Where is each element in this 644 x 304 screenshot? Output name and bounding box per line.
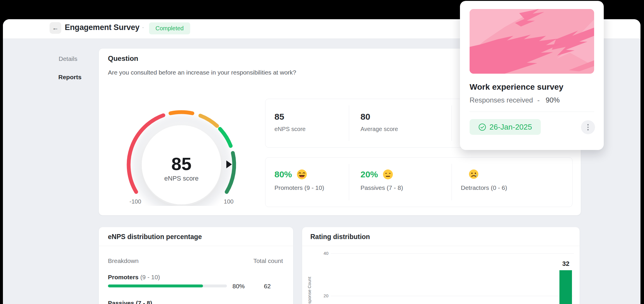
- enps-score-label: eNPS score: [274, 126, 306, 132]
- enps-distribution-card: eNPS distribution percentage Breakdown T…: [99, 227, 293, 304]
- cry-emoji: [468, 169, 479, 180]
- survey-preview-card[interactable]: Work experience survey Responses receive…: [460, 1, 604, 150]
- passives-row-label: Passives (7 - 8): [108, 300, 152, 304]
- kebab-dot: [587, 129, 589, 130]
- divider: [302, 246, 580, 246]
- gridline-20: [331, 296, 574, 296]
- y-tick-20: 20: [316, 293, 328, 298]
- promoters-progress-track: [108, 284, 227, 287]
- divider: [470, 112, 594, 112]
- nps-groups-card: 80% Promoters (9 - 10) 20%: [265, 157, 573, 207]
- total-count-column-header: Total count: [253, 257, 283, 264]
- promoters-row-range: (9 - 10): [140, 274, 160, 280]
- question-text: Are you consulted before an increase in …: [108, 69, 296, 76]
- average-score-label: Average score: [360, 126, 398, 132]
- question-heading: Question: [108, 54, 138, 63]
- progress-fill: [108, 284, 203, 287]
- promoters-progress-percent: 80%: [232, 283, 245, 290]
- survey-date-pill[interactable]: 26-Jan-2025: [470, 119, 541, 135]
- passives-percent: 20%: [360, 169, 378, 179]
- gridline-40: [331, 253, 574, 254]
- check-circle-icon: [478, 123, 486, 131]
- passives-row-range: (7 - 8): [136, 300, 152, 304]
- gauge-min-label: -100: [130, 198, 141, 205]
- screen: ← Engagement Survey · Completed Details …: [0, 0, 644, 304]
- kebab-dot: [587, 124, 589, 126]
- status-badge: Completed: [149, 22, 190, 34]
- sidebar-item-details[interactable]: Details: [59, 55, 77, 62]
- rating-bar: [559, 270, 572, 304]
- back-button[interactable]: ←: [50, 22, 61, 34]
- enps-gauge: 85 eNPS score -100 100: [120, 102, 243, 206]
- grin-emoji: [296, 169, 308, 180]
- divider: [349, 164, 349, 200]
- neutral-emoji: [382, 169, 394, 180]
- detractors-stat: [468, 169, 479, 180]
- promoters-row-label: Promoters (9 - 10): [108, 274, 160, 281]
- sidebar-item-reports[interactable]: Reports: [58, 74, 81, 81]
- divider: [452, 105, 452, 141]
- divider: [99, 246, 293, 246]
- enps-distribution-title: eNPS distribution percentage: [108, 233, 202, 241]
- promoters-percent: 80%: [274, 169, 292, 179]
- title-separator: ·: [142, 24, 144, 31]
- page-title: Engagement Survey: [65, 23, 139, 32]
- passives-label: Passives (7 - 8): [360, 184, 403, 191]
- gauge-max-label: 100: [224, 198, 233, 205]
- breakdown-column-header: Breakdown: [108, 257, 139, 264]
- rating-distribution-title: Rating distribution: [310, 233, 370, 241]
- gauge-value: 85: [172, 154, 192, 174]
- rating-bar-value: 32: [558, 260, 574, 268]
- responses-percent: 90%: [546, 96, 560, 104]
- gauge-label: eNPS score: [164, 175, 198, 182]
- passives-stat: 20%: [360, 169, 394, 180]
- gauge-segment-orange: [170, 112, 192, 113]
- rating-distribution-card: Rating distribution 40 20 Response Count…: [302, 227, 580, 304]
- promoters-stat: 80%: [274, 169, 308, 180]
- promoters-total-count: 62: [252, 283, 283, 290]
- average-score-value: 80: [360, 112, 370, 122]
- divider: [452, 164, 452, 200]
- y-tick-40: 40: [316, 251, 328, 256]
- survey-cover-art: [470, 9, 594, 74]
- responses-separator: -: [537, 96, 540, 104]
- responses-label: Responses received: [470, 96, 533, 104]
- detractors-label: Detractors (0 - 6): [461, 184, 507, 191]
- y-axis-label: Response Count: [307, 277, 312, 304]
- enps-score-value: 85: [274, 112, 284, 122]
- more-options-button[interactable]: [581, 120, 595, 134]
- survey-responses: Responses received - 90%: [470, 96, 560, 104]
- kebab-dot: [587, 127, 589, 128]
- survey-title: Work experience survey: [470, 82, 564, 92]
- promoters-label: Promoters (9 - 10): [274, 184, 324, 191]
- back-arrow-icon: ←: [52, 24, 59, 32]
- survey-date: 26-Jan-2025: [489, 123, 532, 132]
- divider: [349, 105, 349, 141]
